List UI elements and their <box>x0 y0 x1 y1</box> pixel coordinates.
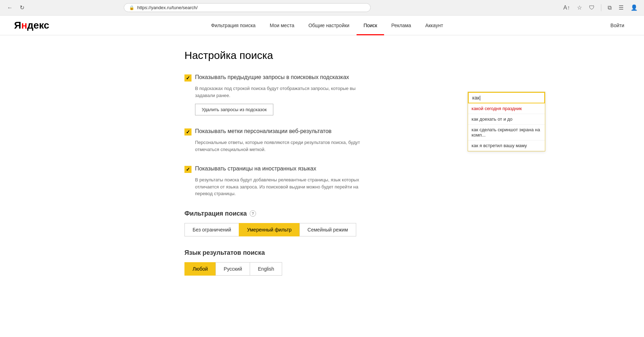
star-icon[interactable]: ☆ <box>576 4 583 12</box>
translate-icon[interactable]: A↑ <box>563 4 571 12</box>
preview-input: как| <box>468 92 545 103</box>
nav-location[interactable]: Фильтрация поиска <box>204 16 263 35</box>
nav-my-places[interactable]: Мои места <box>263 16 302 35</box>
nav-general-settings[interactable]: Общие настройки <box>301 16 356 35</box>
desc-queries: В подсказках под строкой поиска будут от… <box>195 85 364 99</box>
suggestion-3[interactable]: как сделать скриншот экрана на комп... <box>468 125 545 140</box>
delete-queries-button[interactable]: Удалить запросы из подсказок <box>195 104 273 115</box>
divider <box>601 4 601 11</box>
lang-english[interactable]: English <box>250 262 282 276</box>
login-button[interactable]: Войти <box>605 20 630 31</box>
section-filter: Фильтрация поиска ? Без ограничений Умер… <box>184 210 460 236</box>
lang-russian[interactable]: Русский <box>215 262 250 276</box>
nav-search[interactable]: Поиск <box>357 16 384 35</box>
browser-chrome: ← ↻ 🔒 https://yandex.ru/tune/search/ A↑ … <box>0 0 644 16</box>
browser-icons: A↑ ☆ 🛡 ⧉ ☰ 👤 <box>563 4 638 12</box>
label-personalization: Показывать метки персонализации веб-резу… <box>195 128 332 134</box>
page-header: Яндекс Фильтрация поиска Мои места Общие… <box>0 16 644 35</box>
language-title-text: Язык результатов поиска <box>184 249 265 257</box>
search-preview: как| какой сегодня праздник как доехать … <box>468 92 545 151</box>
main-nav: Фильтрация поиска Мои места Общие настро… <box>204 16 450 35</box>
filter-title: Фильтрация поиска ? <box>184 210 460 217</box>
label-queries: Показывать предыдущие запросы в поисковы… <box>195 74 349 80</box>
desc-personalization: Персональные ответы, которые появляются … <box>195 139 364 153</box>
refresh-button[interactable]: ↻ <box>18 3 26 12</box>
content-wrapper: Показывать предыдущие запросы в поисковы… <box>184 74 460 276</box>
filter-no-restrictions[interactable]: Без ограничений <box>184 223 239 236</box>
collections-icon[interactable]: ☰ <box>618 4 624 12</box>
checkbox-row-personalization: Показывать метки персонализации веб-резу… <box>184 128 460 136</box>
label-foreign: Показывать страницы на иностранных языка… <box>195 166 316 172</box>
checkbox-foreign[interactable] <box>184 166 192 173</box>
filter-moderate[interactable]: Умеренный фильтр <box>239 223 299 236</box>
lang-any[interactable]: Любой <box>184 262 215 276</box>
url-text: https://yandex.ru/tune/search/ <box>137 5 365 10</box>
language-buttons: Любой Русский English <box>184 262 460 276</box>
filter-title-text: Фильтрация поиска <box>184 210 247 217</box>
filter-help-icon[interactable]: ? <box>250 210 256 217</box>
address-bar: 🔒 https://yandex.ru/tune/search/ <box>124 3 371 12</box>
checkbox-personalization[interactable] <box>184 128 192 136</box>
language-title: Язык результатов поиска <box>184 249 460 257</box>
lock-icon: 🔒 <box>129 5 134 10</box>
page-title: Настройка поиска <box>184 49 460 61</box>
profile-icon[interactable]: 👤 <box>630 4 638 12</box>
suggestion-1[interactable]: какой сегодня праздник <box>468 103 545 114</box>
checkbox-row-foreign: Показывать страницы на иностранных языка… <box>184 166 460 173</box>
filter-family[interactable]: Семейный режим <box>299 223 356 236</box>
nav-ads[interactable]: Реклама <box>384 16 418 35</box>
nav-account[interactable]: Аккаунт <box>418 16 450 35</box>
section-personalization: Показывать метки персонализации веб-резу… <box>184 128 460 153</box>
suggestion-2[interactable]: как доехать от и до <box>468 114 545 125</box>
checkbox-row-queries: Показывать предыдущие запросы в поисковы… <box>184 74 460 82</box>
back-button[interactable]: ← <box>6 3 14 12</box>
section-language: Язык результатов поиска Любой Русский En… <box>184 249 460 276</box>
section-foreign-lang: Показывать страницы на иностранных языка… <box>184 166 460 197</box>
main-content: Настройка поиска Показывать предыдущие з… <box>163 35 481 302</box>
suggestion-4[interactable]: как я встретил вашу маму <box>468 140 545 151</box>
section-previous-queries: Показывать предыдущие запросы в поисковы… <box>184 74 460 115</box>
filter-buttons: Без ограничений Умеренный фильтр Семейны… <box>184 223 460 236</box>
split-view-icon[interactable]: ⧉ <box>607 4 612 12</box>
desc-foreign: В результаты поиска будут добавлены реле… <box>195 176 364 197</box>
shield-icon[interactable]: 🛡 <box>588 4 595 12</box>
checkbox-queries[interactable] <box>184 74 192 82</box>
yandex-logo: Яндекс <box>14 20 49 31</box>
